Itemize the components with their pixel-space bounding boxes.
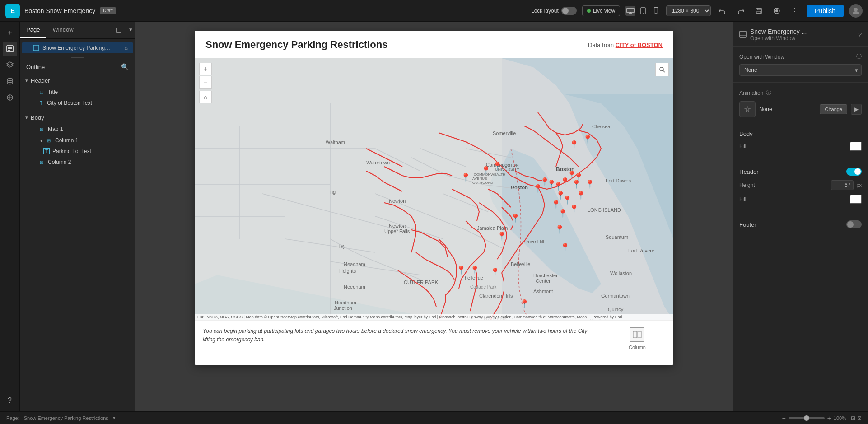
header-fill-swatch[interactable] — [850, 195, 862, 204]
page-status-chevron[interactable]: ▾ — [113, 415, 116, 421]
parking-lot-text-item[interactable]: T Parking Lot Text — [22, 146, 133, 156]
svg-text:Fort Revere: Fort Revere — [628, 248, 654, 253]
zoom-in-button[interactable]: + — [199, 63, 212, 75]
header-section-panel: Header Height 67 px Fill — [733, 161, 868, 214]
svg-text:Dorchester: Dorchester — [533, 273, 558, 278]
animation-help-icon[interactable]: ⓘ — [766, 89, 771, 97]
more-options-button[interactable]: ⋮ — [789, 5, 801, 17]
header-toggle[interactable] — [846, 168, 862, 176]
map-home-button[interactable]: ⌂ — [199, 91, 212, 103]
panel-tab-chevron[interactable]: ▾ — [126, 22, 135, 38]
tab-window[interactable]: Window — [46, 22, 79, 38]
svg-text:📍: 📍 — [551, 200, 561, 210]
outline-search-icon[interactable]: 🔍 — [121, 63, 129, 70]
svg-text:📍: 📍 — [470, 265, 480, 275]
undo-button[interactable] — [716, 5, 729, 17]
svg-text:Belleville: Belleville — [511, 261, 530, 267]
right-panel-help-icon[interactable]: ? — [858, 31, 862, 38]
fit-page-icon[interactable]: ⊡ — [851, 415, 855, 421]
zoom-thumb[interactable] — [804, 415, 809, 421]
height-input[interactable]: 67 — [831, 180, 854, 190]
svg-text:📍: 📍 — [558, 209, 568, 219]
map1-label: Map 1 — [48, 126, 128, 132]
header-section-toggle[interactable]: ▾ Header — [20, 75, 135, 86]
body-fill-swatch[interactable] — [850, 142, 862, 151]
add-button[interactable]: ＋ — [3, 25, 17, 40]
live-view-button[interactable]: Live view — [582, 5, 620, 16]
layers-button[interactable] — [3, 58, 17, 72]
footer-toggle-row: Footer — [739, 220, 862, 228]
footer-section-panel: Footer — [733, 214, 868, 235]
theme-button[interactable] — [3, 90, 17, 105]
svg-text:📍: 📍 — [569, 204, 579, 214]
page-bottom: You can begin parking at participating l… — [195, 320, 673, 356]
map-search-button[interactable] — [655, 63, 669, 76]
tablet-view-icon[interactable] — [638, 6, 648, 16]
svg-text:📍: 📍 — [576, 191, 586, 200]
map1-item[interactable]: ⊞ Map 1 — [22, 124, 133, 135]
map-attribution: Esri, NASA, NGA, USGS | Map data © OpenS… — [195, 314, 673, 320]
column1-icon: ⊞ — [45, 137, 52, 144]
open-with-window-label: Open with Window — [739, 54, 856, 60]
animation-change-button[interactable]: Change — [820, 104, 847, 114]
svg-rect-19 — [117, 28, 121, 33]
publish-button[interactable]: Publish — [807, 5, 844, 17]
title-item[interactable]: □ Title — [22, 87, 133, 98]
footer-label: Footer — [739, 221, 846, 228]
open-with-window-select[interactable]: None — [739, 64, 862, 76]
animation-icon[interactable]: ☆ — [739, 101, 756, 117]
fit-width-icon[interactable]: ⊠ — [857, 415, 862, 421]
zoom-out-status-button[interactable]: − — [782, 415, 785, 422]
body-section-panel: Body Fill — [733, 124, 868, 161]
add-page-button[interactable] — [111, 22, 126, 38]
svg-text:📍: 📍 — [492, 161, 503, 171]
svg-text:Heights: Heights — [339, 268, 356, 274]
lock-layout[interactable]: Lock layout — [531, 7, 577, 15]
column2-item[interactable]: ⊞ Column 2 — [22, 157, 133, 168]
tab-page[interactable]: Page — [20, 22, 46, 38]
svg-rect-109 — [638, 331, 641, 338]
map-icon: ⊞ — [38, 126, 45, 133]
zoom-out-button[interactable]: − — [199, 76, 212, 89]
svg-text:Waltham: Waltham — [326, 140, 345, 145]
pages-button[interactable] — [3, 42, 17, 56]
svg-point-17 — [7, 79, 13, 81]
header-section: ▾ Header □ Title T City of Boston Text — [20, 73, 135, 110]
lock-layout-toggle[interactable] — [561, 7, 577, 15]
footer-toggle[interactable] — [846, 220, 862, 228]
help-button[interactable]: ? — [3, 393, 17, 408]
svg-text:📍: 📍 — [555, 224, 565, 234]
icon-sidebar: ＋ ? — [0, 22, 20, 411]
svg-text:Jamaica Plain: Jamaica Plain — [477, 225, 508, 231]
record-button[interactable] — [770, 5, 783, 17]
city-link[interactable]: CITY of BOSTON — [616, 42, 663, 48]
data-button[interactable] — [3, 74, 17, 89]
zoom-slider[interactable] — [789, 417, 825, 419]
home-icon: ⌂ — [125, 45, 128, 51]
zoom-in-status-button[interactable]: + — [827, 415, 831, 422]
svg-text:📍: 📍 — [567, 170, 577, 180]
open-with-window-help[interactable]: ⓘ — [856, 53, 862, 61]
column-widget[interactable]: Column — [601, 321, 673, 356]
body-section-toggle[interactable]: ▾ Body — [20, 112, 135, 123]
map-container[interactable]: Chelsea Somerville Cambridge Fort Dawes … — [195, 58, 673, 320]
animation-play-button[interactable]: ▶ — [851, 104, 862, 115]
column-label: Column — [629, 345, 646, 350]
desktop-view-icon[interactable] — [625, 6, 635, 16]
body-section-label: Body — [31, 114, 130, 121]
svg-text:Center: Center — [536, 278, 551, 284]
redo-button[interactable] — [734, 5, 747, 17]
city-boston-text-item[interactable]: T City of Boston Text — [22, 98, 133, 108]
svg-line-107 — [663, 70, 665, 72]
outline-title: Outline — [26, 64, 45, 70]
svg-text:AVENUE: AVENUE — [472, 177, 487, 181]
column1-item[interactable]: ▾ ⊞ Column 1 — [22, 135, 133, 146]
user-avatar[interactable] — [849, 4, 863, 18]
page-icon — [33, 44, 40, 51]
left-panel: Page Window ▾ Snow Emergency Parking… ⌂ … — [20, 22, 135, 411]
mobile-view-icon[interactable] — [651, 6, 661, 16]
save-icon[interactable] — [752, 5, 765, 17]
resolution-select[interactable]: 1280 × 800 — [666, 5, 711, 16]
snow-emergency-page-item[interactable]: Snow Emergency Parking… ⌂ — [22, 42, 133, 53]
canvas-area[interactable]: Snow Emergency Parking Restrictions Data… — [135, 22, 733, 411]
